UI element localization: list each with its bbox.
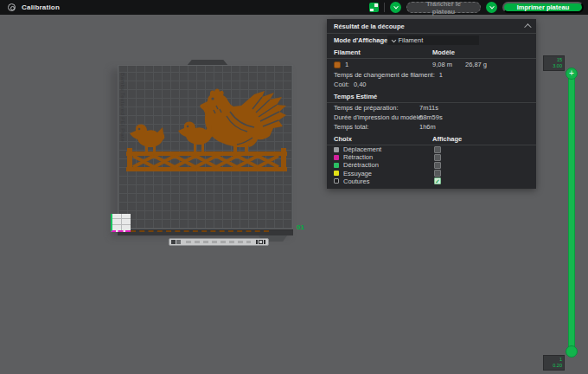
layer-slider-track[interactable] bbox=[568, 74, 575, 352]
choice-row-coutures: Coutures ✓ bbox=[327, 177, 536, 185]
bottom-layer-height: 0.20 bbox=[546, 363, 562, 369]
plate-selector-icon[interactable] bbox=[369, 3, 379, 12]
plate-surface-label: Bambu Textured PEI Plate bbox=[120, 73, 125, 142]
display-mode-value: Filament bbox=[399, 36, 424, 44]
move-slider-glyph-icon bbox=[264, 240, 265, 244]
time-section-title: Temps Estimé bbox=[334, 93, 377, 100]
print-options-dropdown[interactable] bbox=[486, 2, 497, 13]
move-slider-text bbox=[186, 241, 251, 243]
prime-tower bbox=[111, 214, 131, 232]
filament-id: 1 bbox=[345, 61, 348, 68]
time-row: Temps de préparation: 7m11s bbox=[327, 103, 536, 113]
move-slider-icon bbox=[176, 240, 181, 244]
choices-column-header: Choix bbox=[334, 135, 352, 143]
display-mode-label: Mode d'Affichage bbox=[334, 36, 387, 44]
panel-title: Résultat de la découpe bbox=[334, 23, 405, 30]
choice-label: Rétraction bbox=[343, 153, 373, 161]
chevron-down-icon bbox=[489, 3, 495, 9]
time-row: Temps total: 1h6m bbox=[327, 122, 536, 132]
slice-result-panel: Résultat de la découpe Mode d'Affichage … bbox=[327, 19, 536, 189]
choice-label: Dérétraction bbox=[343, 161, 379, 169]
filament-changes-label: Temps de changement de filament: bbox=[334, 71, 435, 79]
layer-slider-top-label: 15 3.00 bbox=[543, 55, 565, 71]
prep-time-label: Temps de préparation: bbox=[334, 104, 399, 112]
display-mode-dropdown[interactable]: Filament bbox=[387, 35, 479, 45]
filament-weight: 26,87 g bbox=[465, 61, 487, 68]
time-row: Durée d'impression du modèle: 58m59s bbox=[327, 113, 536, 122]
choice-label: Déplacement bbox=[343, 145, 381, 153]
total-time-value: 1h6m bbox=[419, 123, 436, 131]
travel-checkbox[interactable] bbox=[434, 146, 441, 153]
retraction-checkbox[interactable] bbox=[434, 154, 441, 161]
filament-column-header: Filament bbox=[334, 48, 361, 56]
chevron-down-icon bbox=[392, 37, 396, 42]
prep-time-value: 7m11s bbox=[419, 104, 438, 112]
move-slider[interactable] bbox=[169, 238, 269, 246]
move-slider-box-icon bbox=[259, 240, 263, 244]
choice-row-deretraction: Dérétraction bbox=[327, 161, 536, 169]
choice-row-deplacement: Déplacement bbox=[327, 145, 536, 153]
total-time-label: Temps total: bbox=[334, 123, 368, 131]
retraction-color-swatch bbox=[334, 155, 339, 160]
toolbar-divider bbox=[384, 3, 385, 12]
seams-color-swatch bbox=[334, 178, 339, 184]
layer-slider-top-handle[interactable]: + bbox=[566, 68, 578, 80]
top-layer-number: 15 bbox=[546, 57, 562, 63]
filament-color-swatch bbox=[334, 61, 341, 68]
cost-label: Coût: bbox=[334, 81, 349, 88]
model-print-time-value: 58m59s bbox=[419, 113, 443, 121]
filament-length: 9,08 m bbox=[432, 61, 452, 68]
purge-line bbox=[131, 230, 269, 232]
wipe-checkbox[interactable] bbox=[434, 170, 441, 177]
choice-label: Essuyage bbox=[343, 170, 372, 177]
model-column-header: Modèle bbox=[432, 48, 455, 56]
layer-slider-bottom-handle[interactable] bbox=[566, 345, 578, 358]
top-layer-height: 3.00 bbox=[546, 63, 562, 69]
filament-row: 1 9,08 m 26,87 g bbox=[327, 59, 536, 70]
choice-label: Coutures bbox=[343, 177, 369, 185]
collapse-panel-icon[interactable] bbox=[524, 23, 531, 30]
chevron-down-icon bbox=[393, 3, 399, 9]
top-bar: Calibration Trancher le plateau Imprimer… bbox=[0, 0, 588, 15]
deretraction-checkbox[interactable] bbox=[434, 162, 441, 169]
cost-value: 0,40 bbox=[354, 81, 367, 88]
filament-changes-value: 1 bbox=[439, 71, 443, 79]
choice-row-retraction: Rétraction bbox=[327, 153, 536, 161]
calibration-icon bbox=[8, 3, 16, 11]
print-plate-button[interactable]: Imprimer plateau bbox=[502, 2, 584, 13]
choice-row-essuyage: Essuyage bbox=[327, 170, 536, 177]
slice-plate-button[interactable]: Trancher le plateau bbox=[406, 2, 481, 13]
deretraction-color-swatch bbox=[334, 163, 339, 168]
model-hen-family[interactable] bbox=[126, 87, 287, 173]
move-slider-glyph-icon bbox=[256, 240, 258, 244]
plate-number-label: 01 bbox=[297, 223, 304, 231]
page-title: Calibration bbox=[22, 3, 60, 11]
model-print-time-label: Durée d'impression du modèle: bbox=[334, 113, 424, 121]
bottom-layer-number: 1 bbox=[546, 357, 562, 363]
wipe-color-swatch bbox=[334, 171, 339, 176]
slice-options-dropdown[interactable] bbox=[390, 2, 401, 13]
display-column-header: Affichage bbox=[432, 135, 462, 143]
seams-checkbox[interactable]: ✓ bbox=[434, 177, 441, 184]
tab-calibration[interactable]: Calibration bbox=[0, 3, 60, 11]
layer-slider-bottom-label: 1 0.20 bbox=[543, 355, 565, 371]
travel-color-swatch bbox=[334, 147, 339, 152]
move-slider-grid-icon bbox=[171, 240, 176, 244]
